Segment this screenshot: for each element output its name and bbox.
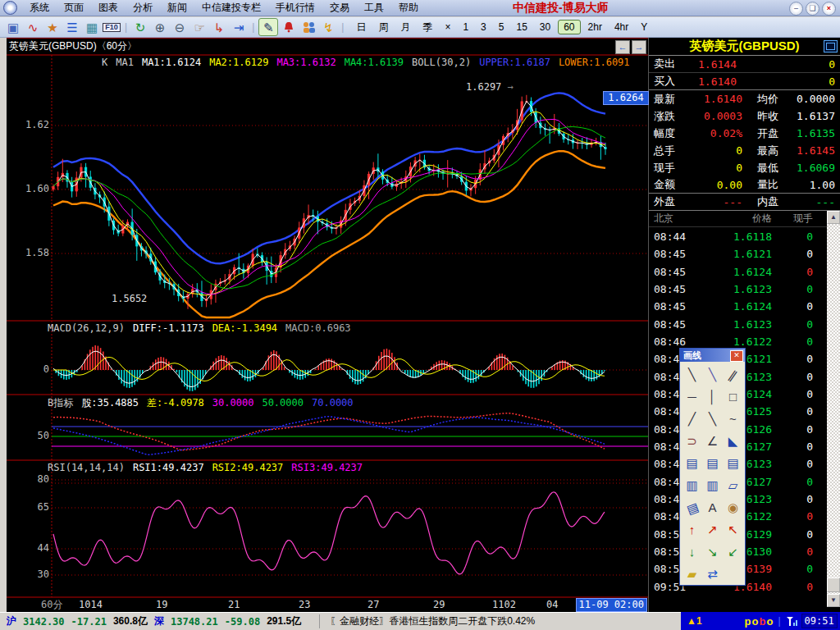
channel-tool[interactable]: ▱: [725, 477, 742, 494]
restore-button[interactable]: ❏: [806, 2, 819, 16]
period-button-60[interactable]: 60: [558, 20, 580, 34]
indicator-value: RSI3:49.4237: [291, 462, 363, 473]
users-icon[interactable]: [299, 19, 317, 35]
segment-tool[interactable]: ╲: [705, 367, 721, 383]
period-button-15[interactable]: 15: [511, 21, 532, 34]
vertical-line-tool[interactable]: │: [705, 389, 721, 405]
cycle-line-tool[interactable]: ▥: [705, 477, 721, 494]
jump-icon[interactable]: ↳: [210, 19, 228, 35]
period-button-30[interactable]: 30: [535, 21, 555, 34]
tape-time: 08:45: [654, 318, 693, 331]
kline-chart-icon[interactable]: ∿: [24, 19, 42, 35]
period-button-4hr[interactable]: 4hr: [609, 21, 633, 34]
quote-row: 涨跌0.0003昨收1.6137: [649, 107, 840, 125]
scroll-down-icon[interactable]: ▼: [827, 594, 840, 607]
goto-list-icon[interactable]: ⇥: [230, 19, 248, 35]
hand-icon[interactable]: ☞: [190, 19, 208, 35]
zoom-out-icon[interactable]: ⊖: [171, 19, 189, 35]
quote-label: 现手: [654, 161, 688, 176]
regression-channel-tool[interactable]: ▤: [682, 497, 703, 518]
draw-line-icon[interactable]: ✎: [258, 18, 278, 36]
eraser-tool[interactable]: ▰: [684, 566, 701, 582]
scroll-up-icon[interactable]: ▲: [827, 211, 840, 224]
menu-item[interactable]: 手机行情: [268, 1, 322, 15]
menu-item[interactable]: 中信建投专栏: [194, 1, 268, 15]
rectangle-tool[interactable]: □: [725, 389, 742, 405]
angle-tool[interactable]: ∠: [705, 433, 721, 450]
close-icon[interactable]: ✕: [730, 350, 743, 362]
menu-item[interactable]: 新闻: [160, 1, 194, 15]
object-list-tool[interactable]: ⇄: [705, 566, 721, 582]
period-button-×[interactable]: ×: [440, 21, 455, 34]
panel-restore-icon[interactable]: [824, 40, 838, 52]
arrow-down-tool[interactable]: ↓: [684, 544, 701, 560]
sh-index-value: 3142.30: [23, 616, 65, 628]
period-button-5[interactable]: 5: [494, 21, 509, 34]
fibonacci-line-tool[interactable]: ▤: [725, 455, 742, 472]
tape-scrollbar[interactable]: ▲ ▼: [827, 211, 840, 607]
wave-tool[interactable]: ~: [725, 411, 742, 427]
quote-label: 量比: [757, 177, 792, 192]
refresh-icon[interactable]: ↻: [131, 19, 149, 35]
tape-col-time: 北京: [654, 212, 693, 226]
parallel-line-tool[interactable]: ∥: [722, 363, 745, 386]
arrow-up-right-tool[interactable]: ↗: [705, 522, 721, 538]
fireworks-icon[interactable]: ★: [43, 19, 62, 35]
period-button-周[interactable]: 周: [373, 20, 393, 35]
period-button-月[interactable]: 月: [395, 20, 415, 35]
arrow-up-left-tool[interactable]: ↖: [725, 522, 742, 538]
monitor-icon[interactable]: ▦: [83, 19, 101, 35]
arrow-up-tool[interactable]: ↑: [684, 522, 701, 538]
quote-label: 涨跌: [654, 109, 688, 124]
indicator-value: 70.0000: [312, 397, 354, 409]
menu-item[interactable]: 帮助: [391, 1, 426, 15]
f10-icon[interactable]: F10: [103, 19, 121, 35]
sz-market-label: 深: [154, 614, 164, 628]
period-button-日[interactable]: 日: [351, 20, 371, 35]
window-restore-icon[interactable]: ▣: [4, 19, 22, 35]
scrollbar-thumb[interactable]: [827, 578, 840, 592]
news-ticker[interactable]: 〖金融财经〗香港恒生指数周二开盘下跌0.42%: [319, 614, 535, 628]
minimize-button[interactable]: –: [789, 2, 803, 16]
period-button-3[interactable]: 3: [476, 21, 491, 34]
trendline-tool[interactable]: ╱: [684, 411, 701, 427]
menu-item[interactable]: 工具: [357, 1, 391, 15]
quote-value: ---: [792, 196, 835, 208]
quote-list-icon[interactable]: ☰: [63, 19, 81, 35]
percent-line-tool[interactable]: ▤: [705, 455, 721, 472]
ray-tool[interactable]: ╲: [705, 411, 721, 427]
menu-item[interactable]: 图表: [91, 1, 126, 15]
golden-section-tool[interactable]: ▤: [684, 455, 701, 472]
horizontal-line-tool[interactable]: ─: [684, 389, 701, 405]
arrow-down-left-tool[interactable]: ↙: [725, 544, 742, 560]
zoom-in-icon[interactable]: ⊕: [151, 19, 169, 35]
period-button-季[interactable]: 季: [418, 20, 437, 35]
quote-row: 卖出1.61440: [649, 56, 840, 73]
menu-item[interactable]: 页面: [57, 1, 91, 15]
arrow-down-right-tool[interactable]: ↘: [705, 544, 721, 560]
indicator-value: MA1: [116, 57, 134, 68]
draw-palette-titlebar[interactable]: 画线 ✕: [680, 349, 745, 362]
text-tool[interactable]: A: [705, 500, 721, 516]
menubar: 系统页面图表分析新闻中信建投专栏手机行情交易工具帮助: [22, 1, 426, 15]
menu-item[interactable]: 系统: [22, 1, 57, 15]
tape-row: 08:451.61210: [649, 245, 828, 262]
period-button-Y[interactable]: Y: [636, 21, 652, 34]
lightning-icon[interactable]: ↯: [319, 19, 337, 35]
menu-item[interactable]: 分析: [126, 1, 160, 15]
tape-time: 08:45: [654, 248, 693, 260]
alarm-bell-icon[interactable]: [280, 19, 298, 35]
arc-tool[interactable]: ⊃: [684, 433, 701, 450]
period-button-2hr[interactable]: 2hr: [583, 21, 607, 34]
quote-value: 0.0003: [688, 110, 742, 122]
close-button[interactable]: ×: [822, 2, 836, 16]
gann-fan-tool[interactable]: ◣: [725, 433, 742, 450]
line-tool[interactable]: ╲: [684, 367, 701, 383]
period-button-1[interactable]: 1: [458, 21, 473, 34]
menu-item[interactable]: 交易: [322, 1, 357, 15]
vertical-grid-tool[interactable]: ▥: [684, 477, 701, 494]
quote-label: 均价: [757, 92, 792, 107]
sz-index-value: 13748.21: [171, 616, 218, 628]
sh-market-label: 沪: [7, 614, 16, 628]
cycle-circle-tool[interactable]: ◉: [725, 500, 742, 516]
